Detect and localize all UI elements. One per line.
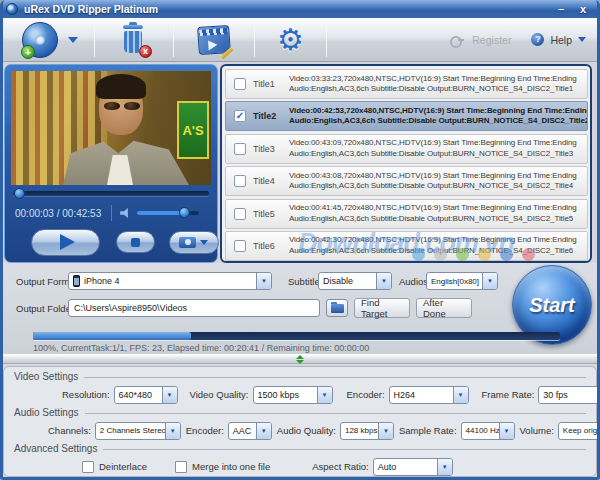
gear-icon: ⚙ (277, 25, 304, 55)
title-list: Title1 Video:03:33:23,720x480,NTSC,HDTV(… (220, 64, 592, 263)
load-dvd-dropdown-arrow-icon[interactable] (68, 37, 78, 43)
subtitle-dropdown-button[interactable] (376, 273, 391, 289)
minimize-button[interactable]: – (550, 3, 572, 15)
title-row-selected[interactable]: ✓ Title2 Video:00:42:53,720x480,NTSC,HDT… (225, 101, 588, 131)
output-folder-field[interactable]: C:\Users\Aspire8950\Videos (68, 299, 320, 317)
load-dvd-button[interactable]: + (0, 20, 62, 60)
preview-figure-hair (96, 74, 146, 99)
merge-checkbox[interactable] (175, 461, 187, 473)
video-preview: A'S (11, 71, 211, 185)
channels-label: Channels: (48, 425, 91, 436)
edit-video-button[interactable] (174, 20, 254, 60)
title-info-line1: Video:00:43:09,720x480,NTSC,HDTV(16:9) S… (289, 138, 587, 149)
resolution-dropdown-button[interactable] (162, 387, 177, 403)
sample-rate-select[interactable]: 44100 Hz (461, 422, 515, 440)
title-checkbox[interactable]: ✓ (234, 110, 246, 122)
title-name: Title5 (253, 209, 289, 219)
volume-knob[interactable] (179, 207, 190, 218)
channels-dropdown-button[interactable] (165, 423, 180, 439)
video-quality-label: Video Quality: (190, 389, 249, 400)
help-button[interactable]: Help (550, 34, 572, 46)
title-info-line1: Video:00:43:08,720x480,NTSC,HDTV(16:9) S… (289, 171, 587, 182)
titlebar: uRex DVD Ripper Platinum – x (0, 0, 600, 18)
title-checkbox[interactable] (234, 175, 246, 187)
resolution-label: Resolution: (62, 389, 110, 400)
window-title: uRex DVD Ripper Platinum (24, 3, 550, 15)
audio-encoder-dropdown-button[interactable] (256, 423, 271, 439)
deinterlace-checkbox[interactable] (82, 461, 94, 473)
title-row[interactable]: Title5 Video:00:41:45,720x480,NTSC,HDTV(… (225, 199, 588, 229)
title-info-line1: Video:00:41:45,720x480,NTSC,HDTV(16:9) S… (289, 203, 587, 214)
audio-encoder-select[interactable]: AAC (228, 422, 272, 440)
splitter-up-arrow-icon (296, 355, 304, 359)
preview-sign: A'S (177, 101, 209, 159)
remove-title-button[interactable]: x (95, 20, 173, 60)
title-row[interactable]: Title1 Video:03:33:23,720x480,NTSC,HDTV(… (225, 69, 588, 99)
aspect-ratio-select[interactable]: Auto (373, 458, 453, 476)
after-done-button[interactable]: After Done (416, 298, 472, 318)
play-button[interactable] (31, 229, 100, 256)
resolution-select[interactable]: 640*480 (114, 386, 178, 404)
film-edit-icon (197, 24, 231, 54)
video-encoder-dropdown-button[interactable] (453, 387, 468, 403)
channels-select[interactable]: 2 Channels Stereo (95, 422, 181, 440)
stop-button[interactable] (116, 231, 155, 253)
register-button[interactable]: Register (472, 34, 511, 46)
snapshot-dropdown-arrow-icon[interactable] (200, 240, 208, 245)
audio-quality-dropdown-button[interactable] (378, 423, 393, 439)
title-row[interactable]: Title6 Video:00:42:30,720x480,NTSC,HDTV(… (225, 231, 588, 261)
playback-time: 00:00:03 / 00:42:53 (15, 208, 101, 219)
trash-icon: x (121, 24, 147, 56)
audio-quality-select[interactable]: 128 kbps (340, 422, 394, 440)
player-panel: A'S 00:00:03 / 00:42:53 (4, 64, 218, 263)
video-encoder-select[interactable]: H264 (389, 386, 469, 404)
toolbar-separator (326, 23, 327, 57)
settings-button[interactable]: ⚙ (255, 20, 326, 60)
find-target-button[interactable]: Find Target (354, 298, 410, 318)
video-quality-select[interactable]: 1500 kbps (253, 386, 333, 404)
title-info-line1: Video:00:42:53,720x480,NTSC,HDTV(16:9) S… (289, 106, 587, 117)
title-info-line2: Audio:English,AC3,6ch Subtitle:Disable O… (289, 181, 587, 192)
browse-folder-button[interactable] (326, 299, 348, 317)
title-info-line2: Audio:English,AC3,6ch Subtitle:Disable O… (289, 246, 587, 257)
output-format-select[interactable]: iPhone 4 (68, 272, 272, 290)
camera-icon (179, 237, 196, 248)
title-checkbox[interactable] (234, 143, 246, 155)
progress-status: 100%, CurrentTask:1/1, FPS: 23, Elapsed … (33, 343, 369, 353)
audios-select[interactable]: English[0x80] (426, 272, 498, 290)
title-name: Title1 (253, 79, 289, 89)
help-dropdown-arrow-icon[interactable] (578, 37, 586, 42)
title-checkbox[interactable] (234, 78, 246, 90)
aspect-ratio-dropdown-button[interactable] (437, 459, 452, 475)
merge-label: Merge into one file (192, 461, 270, 472)
subtitle-value: Disable (319, 276, 376, 286)
title-row[interactable]: Title4 Video:00:43:08,720x480,NTSC,HDTV(… (225, 166, 588, 196)
video-quality-dropdown-button[interactable] (317, 387, 332, 403)
panel-splitter[interactable] (0, 354, 600, 364)
audios-dropdown-button[interactable] (482, 273, 497, 289)
output-format-dropdown-button[interactable] (256, 273, 271, 289)
title-checkbox[interactable] (234, 240, 246, 252)
seek-slider[interactable] (13, 191, 209, 196)
deinterlace-label: Deinterlace (99, 461, 147, 472)
volume-label: Volume: (520, 425, 554, 436)
close-button[interactable]: x (572, 3, 594, 15)
title-name: Title2 (253, 111, 289, 121)
help-question-icon: ? (531, 33, 544, 46)
volume-slider[interactable] (137, 211, 199, 215)
seek-knob[interactable] (14, 188, 25, 199)
sample-rate-dropdown-button[interactable] (499, 423, 514, 439)
subtitle-select[interactable]: Disable (318, 272, 392, 290)
folder-icon (331, 304, 344, 313)
snapshot-button[interactable] (169, 231, 219, 254)
iphone-icon (73, 275, 80, 287)
title-checkbox[interactable] (234, 208, 246, 220)
audio-quality-label: Audio Quality: (277, 425, 336, 436)
volume-select[interactable]: Keep origina (558, 422, 600, 440)
title-row[interactable]: Title3 Video:00:43:09,720x480,NTSC,HDTV(… (225, 134, 588, 164)
frame-rate-select[interactable]: 30 fps (538, 386, 600, 404)
frame-rate-label: Frame Rate: (482, 389, 535, 400)
output-panel: Output Format: iPhone 4 Subtitle: Disabl… (0, 263, 600, 354)
aspect-ratio-label: Aspect Ratio: (312, 461, 369, 472)
player-divider (111, 205, 112, 221)
